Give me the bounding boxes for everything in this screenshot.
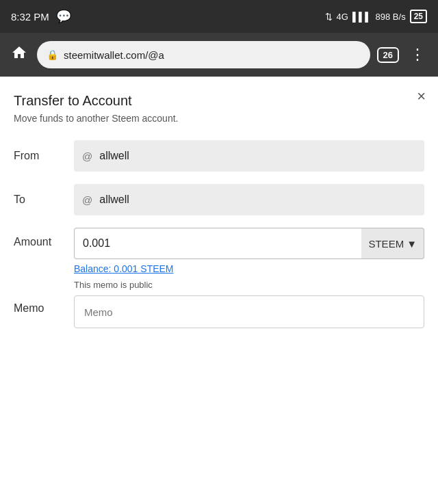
dialog-subtitle: Move funds to another Steem account. [14,113,424,124]
status-bar-right: ⇅ 4G ▌▌▌ 898 B/s 25 [325,10,427,23]
url-bar[interactable]: 🔒 steemitwallet.com/@a [37,41,370,68]
amount-row: Amount STEEM ▼ Balance: 0.001 STEEM [14,228,424,274]
4g-label: 4G [337,12,348,22]
whatsapp-icon: 💬 [56,9,71,24]
browser-menu-button[interactable]: ⋮ [406,43,430,66]
amount-label: Amount [14,228,63,248]
memo-row: Memo [14,295,424,328]
to-value: allwell [99,194,129,206]
from-row: From @ allwell [14,140,424,172]
from-input-field: @ allwell [74,140,424,172]
memo-input[interactable] [74,295,424,328]
close-button[interactable]: × [417,89,426,104]
browser-bar: 🔒 steemitwallet.com/@a 26 ⋮ [0,33,438,77]
amount-input[interactable] [74,228,361,259]
home-button[interactable] [8,42,30,68]
memo-public-note: This memo is public [74,280,424,290]
status-bar: 8:32 PM 💬 ⇅ 4G ▌▌▌ 898 B/s 25 [0,0,438,33]
from-at-symbol: @ [82,150,92,162]
data-speed: 898 B/s [376,12,406,22]
amount-inputs: STEEM ▼ Balance: 0.001 STEEM [74,228,424,274]
dialog-title: Transfer to Account [14,93,424,109]
currency-label: STEEM [368,238,404,250]
url-text: steemitwallet.com/@a [64,49,164,61]
to-row: To @ allwell [14,184,424,215]
tab-count-badge[interactable]: 26 [377,47,399,63]
battery-indicator: 25 [410,10,427,23]
lock-icon: 🔒 [47,49,58,60]
to-label: To [14,194,63,206]
from-label: From [14,150,63,162]
time: 8:32 PM [11,11,49,23]
dialog-container: × Transfer to Account Move funds to anot… [0,77,438,504]
to-input-field[interactable]: @ allwell [74,184,424,215]
dropdown-arrow-icon: ▼ [407,238,417,250]
to-at-symbol: @ [82,194,92,206]
from-value: allwell [99,150,129,162]
memo-label: Memo [14,295,63,315]
amount-input-row: STEEM ▼ [74,228,424,259]
signal-bars-icon: ▌▌▌ [352,12,372,22]
currency-dropdown[interactable]: STEEM ▼ [361,228,424,259]
arrows-icon: ⇅ [325,12,333,22]
balance-link[interactable]: Balance: 0.001 STEEM [74,263,424,274]
status-bar-left: 8:32 PM 💬 [11,9,71,24]
